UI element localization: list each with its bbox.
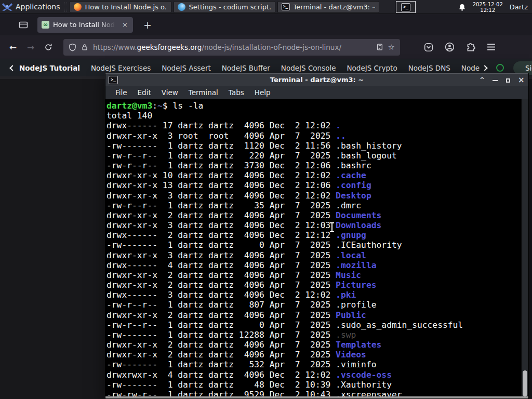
mouse-ibeam-cursor [329,222,335,232]
file-name: Desktop [336,191,371,201]
account-icon[interactable] [445,42,455,52]
taskbar-window-title: Terminal - dartz@vm3: ~ [294,3,375,11]
nav-link[interactable]: NodeJS Exercises [91,64,151,72]
extensions-puzzle-icon[interactable] [466,43,475,52]
terminal-output-row: drwx------ 3 dartz dartz 4096 Dec 2 12:0… [107,290,528,300]
shield-icon[interactable] [69,43,76,51]
bookmark-star-icon[interactable]: ☆ [388,43,395,52]
applications-menu-button[interactable]: Applications [0,0,63,14]
terminal-output-row: drwxrwxr-x 4 dartz dartz 4096 Dec 2 12:0… [107,370,528,380]
terminal-output-row: drwxr-xr-x 3 dartz dartz 4096 Dec 2 12:0… [107,191,528,201]
taskbar-window-codium[interactable]: Settings - codium script... [174,1,275,13]
terminal-shade-button[interactable]: ^ [479,76,485,84]
menu-tabs[interactable]: Tabs [223,88,249,97]
file-name: Videos [336,350,366,360]
firefox-view-icon [19,21,28,29]
terminal-output-row: -rw------- 1 dartz dartz 532 Apr 7 2025 … [107,360,528,369]
file-name: .config [336,180,371,190]
browser-toolbar: ← → https://www.geeksforgeeks.org/node-j… [0,35,532,59]
taskbar-window-terminal[interactable]: >_ Terminal - dartz@vm3: ~ [277,1,379,13]
terminal-output-row: drwxr-xr-x 3 dartz dartz 4096 Dec 2 12:0… [107,220,528,230]
reload-button[interactable] [39,43,57,51]
new-tab-button[interactable]: + [140,19,155,31]
notification-bell-icon[interactable] [458,3,466,11]
terminal-close-button[interactable]: × [518,75,524,85]
search-icon[interactable] [496,64,504,72]
lock-icon[interactable] [81,43,88,51]
nav-link[interactable]: NodeJS Buffer [222,64,270,72]
browser-tab-active[interactable]: ∞ How to Install Node.js on × [37,17,133,33]
file-name: Downloads [336,220,381,230]
taskbar-window-title: How to Install Node.js o... [85,3,167,11]
prompt-cwd: ~ [157,101,163,111]
file-name: Public [336,310,366,320]
codium-icon [178,3,185,11]
menu-terminal[interactable]: Terminal [183,88,223,97]
prompt-command: ls -la [168,101,204,111]
menu-help[interactable]: Help [249,88,276,97]
firefox-view-button[interactable] [16,17,31,33]
nav-back-label: NodeJS Tutorial [19,64,80,72]
terminal-scrollbar-thumb[interactable] [523,370,527,396]
nav-link[interactable]: NodeJS Crypto [347,64,397,72]
menu-view[interactable]: View [156,88,183,97]
reader-view-icon[interactable] [376,43,383,51]
geeksforgeeks-favicon-icon: ∞ [42,21,49,29]
terminal-maximize-button[interactable] [505,76,511,84]
terminal-output-row: drwx------ 17 dartz dartz 4096 Dec 2 12:… [107,121,528,130]
terminal-output-row: -rw------- 1 dartz dartz 0 Apr 7 2025 .I… [107,240,528,250]
terminal-output-row: drwxr-xr-x 2 dartz dartz 4096 Apr 7 2025… [107,310,528,320]
nav-scroll-right-icon[interactable] [482,65,487,71]
pocket-save-icon[interactable] [424,43,433,52]
terminal-title: Terminal - dartz@vm3: ~ [105,76,528,84]
file-name: Templates [336,340,381,350]
tray-terminal-launcher[interactable]: >_ [396,1,416,13]
terminal-total-line: total 140 [107,111,528,121]
clock-time: 12:12 [473,7,503,13]
terminal-output-row: drwx------ 4 dartz dartz 4096 Apr 7 2025… [107,260,528,270]
terminal-output-row: drwxr-xr-x 3 dartz dartz 4096 Apr 7 2025… [107,250,528,260]
terminal-output[interactable]: dartz@vm3:~$ ls -la total 140 drwx------… [105,99,528,397]
nav-link[interactable]: NodeJS DNS [408,64,450,72]
desktop: Applications How to Install Node.js o...… [0,0,532,399]
terminal-scrollbar-track[interactable] [522,99,528,397]
terminal-output-row: -rw------- 1 dartz dartz 12288 Apr 7 202… [107,330,528,340]
terminal-output-row: drwxr-xr-x 2 dartz dartz 4096 Apr 7 2025… [107,270,528,280]
terminal-output-row: -rw-r--r-- 1 dartz dartz 35 Apr 7 2025 .… [107,201,528,210]
file-name: .ICEauthority [336,240,402,250]
terminal-titlebar[interactable]: Terminal - dartz@vm3: ~ >_ ^ × [105,73,528,86]
url-text[interactable]: https://www.geeksforgeeks.org/node-js/in… [93,43,371,51]
menu-edit[interactable]: Edit [132,88,156,97]
menu-hamburger-icon[interactable] [487,43,496,51]
file-name: .swp [336,330,356,340]
terminal-menubar: File Edit View Terminal Tabs Help [105,86,528,99]
terminal-output-row: -rw-r--r-- 1 dartz dartz 3730 Dec 2 12:0… [107,161,528,170]
terminal-prompt-line: dartz@vm3:~$ ls -la [107,101,528,111]
tab-close-icon[interactable]: × [121,21,129,29]
nav-back-tutorial[interactable]: NodeJS Tutorial [10,64,80,72]
panel-separator [64,3,67,11]
taskbar-window-firefox[interactable]: How to Install Node.js o... [70,1,171,13]
terminal-minimize-button[interactable] [492,76,498,84]
nav-link[interactable]: Node [461,64,480,72]
terminal-output-row: drwxr-xr-x 10 dartz dartz 4096 Dec 2 12:… [107,170,528,180]
panel-clock[interactable]: 2025-12-02 12:12 [473,2,503,13]
terminal-output-row: -rw------- 1 dartz dartz 48 Dec 2 10:39 … [107,380,528,390]
nav-link[interactable]: NodeJS Console [281,64,336,72]
url-scheme: https://www. [93,43,137,51]
session-user-label[interactable]: Dartz [510,3,528,11]
url-path: /node-js/installation-of-node-js-on-linu… [202,43,341,51]
toolbar-right-icons [424,42,496,52]
terminal-output-row: drwxr-xr-x 2 dartz dartz 4096 Apr 7 2025… [107,210,528,220]
nav-link[interactable]: NodeJS Assert [162,64,211,72]
file-name: .pki [336,290,356,300]
url-domain: geeksforgeeks.org [137,43,202,51]
back-button[interactable]: ← [4,42,22,52]
file-name: .profile [336,300,376,310]
forward-button[interactable]: → [22,42,39,52]
terminal-window-bottom-edge [105,396,528,398]
menu-file[interactable]: File [110,88,132,97]
url-bar[interactable]: https://www.geeksforgeeks.org/node-js/in… [63,39,400,56]
nav-links: NodeJS Exercises NodeJS Assert NodeJS Bu… [91,64,480,72]
terminal-output-row: drwxr-xr-x 2 dartz dartz 4096 Apr 7 2025… [107,280,528,290]
